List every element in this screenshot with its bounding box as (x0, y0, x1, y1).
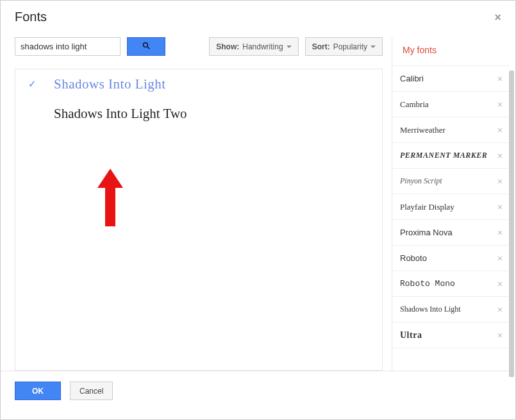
fonts-dialog: Fonts × Show: Handwriting Sort: (0, 0, 516, 420)
my-font-item[interactable]: Pinyon Script× (392, 169, 510, 194)
my-font-item-name: Shadows Into Light (400, 305, 461, 314)
dialog-header: Fonts × (1, 1, 515, 31)
remove-font-icon[interactable]: × (497, 99, 503, 110)
close-button[interactable]: × (494, 12, 501, 23)
my-font-item-name: Roboto (400, 253, 427, 263)
font-result-name: Shadows Into Light (54, 76, 166, 92)
my-fonts-title: My fonts (392, 37, 510, 65)
my-font-item[interactable]: Ultra× (392, 323, 510, 348)
my-font-item-name: Calibri (400, 74, 424, 83)
remove-font-icon[interactable]: × (497, 330, 503, 340)
check-icon: ✓ (28, 78, 38, 90)
my-font-item[interactable]: Roboto× (392, 246, 510, 271)
dialog-footer: OK Cancel (1, 371, 515, 410)
sort-filter-button[interactable]: Sort: Popularity (305, 37, 383, 56)
sort-filter-label: Sort: (312, 42, 330, 51)
toolbar: Show: Handwriting Sort: Popularity (15, 37, 383, 56)
my-font-item-name: Playfair Display (400, 202, 454, 212)
my-font-item[interactable]: Calibri× (392, 66, 510, 92)
font-results: ✓ Shadows Into Light Shadows Into Light … (15, 69, 383, 371)
remove-font-icon[interactable]: × (497, 74, 503, 84)
show-filter-button[interactable]: Show: Handwriting (209, 37, 298, 56)
cancel-button[interactable]: Cancel (70, 382, 113, 400)
my-font-item[interactable]: Permanent Marker× (392, 143, 510, 169)
remove-font-icon[interactable]: × (497, 228, 503, 238)
my-fonts-list[interactable]: Calibri×Cambria×Merriweather×Permanent M… (392, 65, 510, 371)
result-row[interactable]: Shadows Into Light Two (15, 99, 382, 128)
dialog-title: Fonts (15, 10, 47, 24)
search-input[interactable] (15, 37, 121, 56)
svg-marker-0 (97, 169, 123, 226)
my-fonts-panel: My fonts Calibri×Cambria×Merriweather×Pe… (392, 37, 510, 371)
show-filter-value: Handwriting (242, 42, 283, 51)
remove-font-icon[interactable]: × (497, 176, 503, 187)
dialog-body: Show: Handwriting Sort: Popularity ✓ Sha… (1, 31, 515, 371)
my-font-item-name: Permanent Marker (400, 151, 487, 160)
remove-font-icon[interactable]: × (497, 125, 503, 135)
annotation-arrow (97, 169, 123, 226)
my-font-item-name: Merriweather (400, 125, 445, 135)
chevron-down-icon (287, 46, 292, 48)
ok-button[interactable]: OK (15, 382, 61, 400)
remove-font-icon[interactable]: × (497, 305, 503, 315)
remove-font-icon[interactable]: × (497, 151, 503, 161)
scrollbar[interactable] (509, 71, 514, 377)
my-font-item-name: Cambria (400, 99, 429, 110)
my-font-item-name: Proxima Nova (400, 228, 453, 237)
font-result-name: Shadows Into Light Two (54, 106, 187, 122)
my-font-item-name: Ultra (400, 330, 422, 340)
my-font-item[interactable]: Shadows Into Light× (392, 297, 510, 323)
result-row[interactable]: ✓ Shadows Into Light (15, 69, 382, 99)
my-font-item[interactable]: Roboto Mono× (392, 271, 510, 297)
search-icon (142, 41, 151, 53)
my-font-item[interactable]: Cambria× (392, 92, 510, 117)
left-panel: Show: Handwriting Sort: Popularity ✓ Sha… (6, 31, 392, 371)
my-font-item[interactable]: Playfair Display× (392, 194, 510, 220)
my-font-item[interactable]: Merriweather× (392, 117, 510, 143)
search-button[interactable] (127, 37, 165, 56)
show-filter-label: Show: (216, 42, 239, 51)
my-font-item-name: Roboto Mono (400, 279, 455, 289)
remove-font-icon[interactable]: × (497, 253, 503, 264)
my-font-item-name: Pinyon Script (400, 176, 442, 186)
my-font-item[interactable]: Proxima Nova× (392, 220, 510, 246)
sort-filter-value: Popularity (333, 42, 367, 51)
remove-font-icon[interactable]: × (497, 279, 503, 289)
remove-font-icon[interactable]: × (497, 202, 503, 212)
chevron-down-icon (370, 46, 376, 48)
